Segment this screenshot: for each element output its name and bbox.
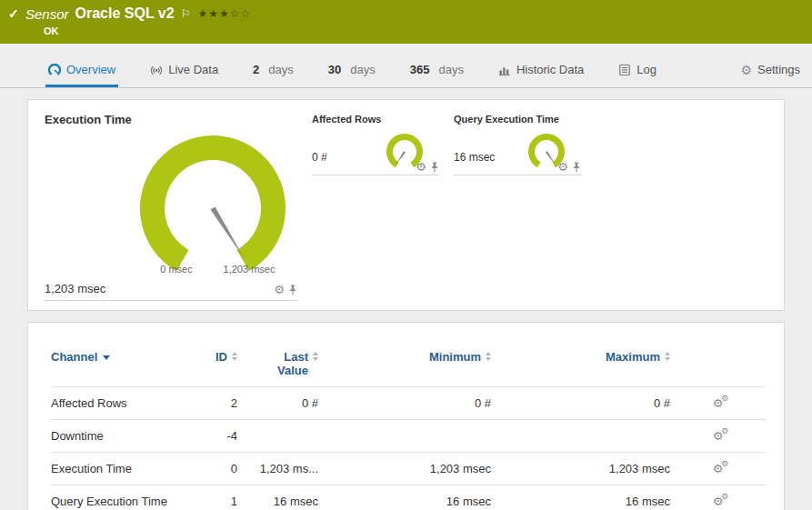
channel-maximum bbox=[491, 420, 670, 453]
channel-name: Affected Rows bbox=[51, 387, 183, 420]
channel-maximum: 16 msec bbox=[491, 485, 670, 510]
channel-row: Affected Rows 2 0 # 0 # 0 # ⚙⚙ bbox=[51, 387, 766, 420]
tab-live-data[interactable]: Live Data bbox=[147, 55, 221, 87]
gauge-scale-min: 0 msec bbox=[160, 264, 192, 275]
caret-down-icon bbox=[103, 355, 110, 360]
gauge-title: Execution Time bbox=[45, 113, 297, 129]
sort-icon bbox=[232, 352, 237, 361]
sensor-title: Oracle SQL v2 bbox=[75, 5, 175, 22]
col-maximum[interactable]: Maximum bbox=[491, 350, 670, 387]
broadcast-icon bbox=[150, 64, 163, 76]
pin-icon[interactable] bbox=[288, 285, 297, 295]
tab-label: days bbox=[350, 63, 375, 76]
tab-label: Live Data bbox=[168, 63, 218, 76]
gear-icon[interactable]: ⚙ bbox=[416, 161, 426, 173]
channel-id: -4 bbox=[183, 420, 237, 453]
channel-last-value: 0 # bbox=[237, 387, 318, 420]
channel-settings-icon[interactable]: ⚙⚙ bbox=[713, 495, 724, 508]
channel-minimum bbox=[318, 420, 491, 453]
gear-icon: ⚙ bbox=[740, 64, 752, 76]
channel-minimum: 1,203 msec bbox=[318, 453, 491, 485]
gauge-scale-max: 1,203 msec bbox=[224, 264, 276, 275]
channel-row: Execution Time 0 1,203 ms... 1,203 msec … bbox=[51, 453, 766, 485]
gauge-value: 1,203 msec bbox=[45, 282, 105, 295]
channels-panel: Channel ID Last Value Minimum Maximum bbox=[27, 322, 785, 510]
gauge-value: 0 # bbox=[312, 151, 327, 164]
sensor-header: ✓ Sensor Oracle SQL v2 ⚐ ★★★☆☆ OK bbox=[0, 0, 812, 44]
gauge-dial: 16 msec ⚙ bbox=[454, 128, 581, 175]
gear-icon[interactable]: ⚙ bbox=[557, 161, 568, 173]
tab-historic-data[interactable]: Historic Data bbox=[496, 55, 586, 87]
channels-table: Channel ID Last Value Minimum Maximum bbox=[51, 350, 766, 510]
tab-365-days[interactable]: 365 days bbox=[407, 55, 466, 87]
gauge-dial: 0 # ⚙ bbox=[312, 128, 439, 175]
tab-label: days bbox=[438, 63, 463, 76]
channel-settings-icon[interactable]: ⚙⚙ bbox=[713, 462, 724, 475]
tab-overview[interactable]: Overview bbox=[45, 55, 118, 87]
col-label: Minimum bbox=[429, 350, 481, 364]
tab-label: days bbox=[268, 63, 293, 76]
channel-id: 2 bbox=[183, 387, 237, 420]
channel-row: Downtime -4 ⚙⚙ bbox=[51, 420, 766, 453]
pin-icon[interactable] bbox=[572, 162, 581, 173]
object-kind-label: Sensor bbox=[25, 6, 69, 22]
tab-label: Log bbox=[637, 63, 657, 76]
gauge-dial: 0 msec 1,203 msec bbox=[45, 131, 297, 278]
channel-row: Query Execution Time 1 16 msec 16 msec 1… bbox=[51, 485, 766, 510]
gear-icon[interactable]: ⚙ bbox=[274, 284, 285, 295]
flag-icon[interactable]: ⚐ bbox=[181, 7, 191, 20]
gauge-footer: 1,203 msec ⚙ bbox=[45, 282, 297, 301]
log-list-icon bbox=[618, 64, 631, 76]
sort-icon bbox=[313, 352, 318, 361]
tab-number: 30 bbox=[328, 63, 341, 76]
tab-label: Historic Data bbox=[516, 63, 584, 76]
tab-label: Overview bbox=[66, 63, 115, 76]
gauges-panel: Execution Time 0 msec 1,203 msec 1,203 m… bbox=[27, 99, 785, 311]
tab-label: Settings bbox=[757, 63, 800, 76]
channel-last-value bbox=[237, 420, 318, 453]
execution-time-gauge: Execution Time 0 msec 1,203 msec 1,203 m… bbox=[45, 113, 297, 301]
tab-log[interactable]: Log bbox=[616, 55, 659, 87]
sort-icon bbox=[665, 352, 670, 361]
channel-settings-icon[interactable]: ⚙⚙ bbox=[713, 396, 724, 410]
channel-last-value: 16 msec bbox=[237, 485, 318, 510]
col-channel[interactable]: Channel bbox=[51, 350, 183, 387]
gauge-arc bbox=[135, 131, 290, 275]
gauge-value: 16 msec bbox=[454, 151, 495, 164]
sensor-title-row: Sensor Oracle SQL v2 ⚐ ★★★☆☆ bbox=[25, 5, 251, 22]
tab-number: 2 bbox=[253, 63, 259, 76]
col-label: Channel bbox=[51, 350, 97, 364]
channel-last-value: 1,203 ms... bbox=[237, 453, 318, 485]
tab-30-days[interactable]: 30 days bbox=[326, 55, 378, 87]
query-execution-time-gauge: Query Execution Time 16 msec ⚙ bbox=[454, 113, 581, 175]
tab-settings[interactable]: ⚙ Settings bbox=[737, 55, 803, 87]
channel-name: Query Execution Time bbox=[51, 485, 183, 510]
table-header-row: Channel ID Last Value Minimum Maximum bbox=[51, 350, 766, 387]
col-settings bbox=[670, 350, 766, 387]
tab-2-days[interactable]: 2 days bbox=[250, 55, 296, 87]
tab-number: 365 bbox=[410, 63, 430, 76]
col-label: Maximum bbox=[606, 350, 660, 364]
bar-chart-icon bbox=[498, 64, 511, 76]
channel-minimum: 16 msec bbox=[318, 485, 491, 510]
col-last-value[interactable]: Last Value bbox=[237, 350, 318, 387]
priority-stars[interactable]: ★★★☆☆ bbox=[197, 7, 251, 20]
col-label: ID bbox=[216, 350, 227, 364]
col-minimum[interactable]: Minimum bbox=[318, 350, 491, 387]
tab-bar: Overview Live Data 2 days 30 days 365 da… bbox=[0, 55, 812, 88]
sort-icon bbox=[486, 352, 491, 361]
gauge-title: Affected Rows bbox=[312, 114, 439, 125]
gauge-icon bbox=[48, 64, 61, 76]
pin-icon[interactable] bbox=[430, 162, 439, 173]
status-badge: OK bbox=[44, 25, 59, 36]
channel-settings-icon[interactable]: ⚙⚙ bbox=[713, 429, 724, 443]
channel-id: 1 bbox=[183, 485, 237, 510]
channel-name: Downtime bbox=[51, 420, 183, 453]
col-label: Last Value bbox=[277, 350, 308, 377]
channel-id: 0 bbox=[183, 453, 237, 485]
channel-name: Execution Time bbox=[51, 453, 183, 485]
gauge-title: Query Execution Time bbox=[454, 114, 581, 125]
channel-minimum: 0 # bbox=[318, 387, 491, 420]
col-id[interactable]: ID bbox=[183, 350, 237, 387]
affected-rows-gauge: Affected Rows 0 # ⚙ bbox=[312, 113, 439, 175]
